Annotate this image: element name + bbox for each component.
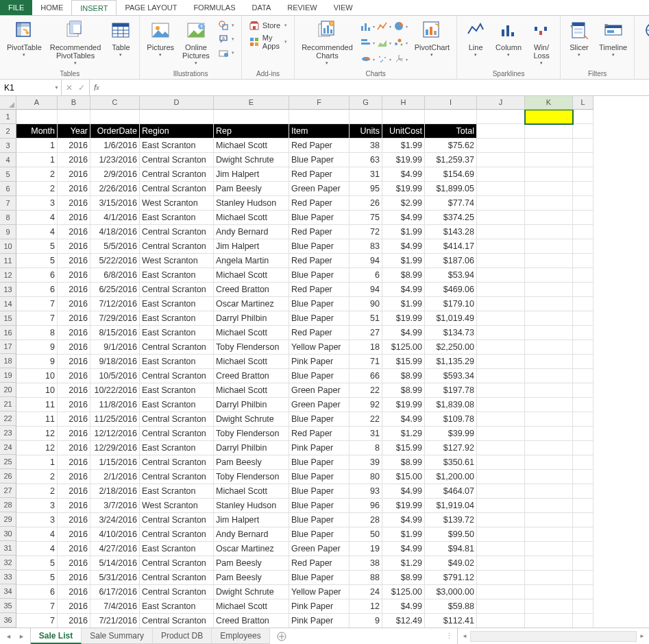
cell-J10[interactable]: [477, 239, 525, 254]
cell-G6[interactable]: 95: [350, 182, 382, 196]
tab-home[interactable]: HOME: [32, 0, 71, 15]
cell-B11[interactable]: 2016: [58, 254, 90, 268]
tab-insert[interactable]: INSERT: [71, 0, 117, 15]
cell-D4[interactable]: Central Scranton: [140, 153, 214, 167]
slicer-button[interactable]: Slicer▾: [563, 17, 595, 59]
cell-D34[interactable]: Central Scranton: [140, 585, 214, 599]
cell-D36[interactable]: Central Scranton: [140, 614, 214, 628]
cell-K32[interactable]: [525, 556, 573, 571]
fx-label[interactable]: fx: [90, 80, 103, 95]
cell-F5[interactable]: Red Paper: [289, 167, 350, 182]
cell-H25[interactable]: $8.99: [382, 455, 425, 470]
row-header-14[interactable]: 14: [0, 297, 16, 311]
col-header-H[interactable]: H: [382, 96, 425, 110]
recommended-pivot-button[interactable]: RecommendedPivotTables▾: [46, 17, 106, 67]
row-header-15[interactable]: 15: [0, 311, 16, 326]
cell-A33[interactable]: 5: [16, 571, 58, 585]
cell-F18[interactable]: Pink Paper: [289, 355, 350, 369]
cell-L9[interactable]: [573, 225, 593, 239]
cell-K29[interactable]: [525, 513, 573, 527]
add-sheet-button[interactable]: [270, 628, 293, 644]
row-header-7[interactable]: 7: [0, 196, 16, 211]
cell-F11[interactable]: Red Paper: [289, 254, 350, 268]
cell-B24[interactable]: 2016: [58, 441, 90, 455]
cancel-formula-icon[interactable]: ✕: [66, 83, 73, 93]
cell-D17[interactable]: Central Scranton: [140, 340, 214, 355]
cell-E5[interactable]: Jim Halpert: [214, 167, 289, 182]
sheet-tab-product-db[interactable]: Product DB: [153, 628, 212, 644]
cell-D19[interactable]: Central Scranton: [140, 369, 214, 383]
cell-G12[interactable]: 6: [350, 268, 382, 283]
row-header-13[interactable]: 13: [0, 283, 16, 297]
cell-E33[interactable]: Pam Beesly: [214, 571, 289, 585]
row-header-11[interactable]: 11: [0, 254, 16, 268]
cell-E8[interactable]: Michael Scott: [214, 211, 289, 225]
cell-G34[interactable]: 24: [350, 585, 382, 599]
row-header-31[interactable]: 31: [0, 541, 16, 556]
cell-F28[interactable]: Blue Paper: [289, 499, 350, 513]
cell-C33[interactable]: 5/31/2016: [90, 571, 140, 585]
cell-A17[interactable]: 9: [16, 340, 58, 355]
cell-K31[interactable]: [525, 542, 573, 556]
cell-H27[interactable]: $4.99: [382, 484, 425, 499]
cell-L25[interactable]: [573, 455, 593, 470]
cell-D10[interactable]: Central Scranton: [140, 239, 214, 254]
cell-B21[interactable]: 2016: [58, 398, 90, 412]
tab-data[interactable]: DATA: [244, 0, 280, 15]
accept-formula-icon[interactable]: ✓: [78, 83, 85, 93]
cell-C15[interactable]: 7/29/2016: [90, 311, 140, 326]
cell-H28[interactable]: $19.99: [382, 499, 425, 513]
row-header-22[interactable]: 22: [0, 412, 16, 426]
cell-K24[interactable]: [525, 441, 573, 455]
cell-C18[interactable]: 9/18/2016: [90, 355, 140, 369]
name-box-input[interactable]: [4, 83, 57, 93]
cell-J24[interactable]: [477, 441, 525, 455]
cell-C30[interactable]: 4/10/2016: [90, 527, 140, 542]
cell-G36[interactable]: 9: [350, 614, 382, 628]
cell-G24[interactable]: 8: [350, 441, 382, 455]
cell-A28[interactable]: 3: [16, 499, 58, 513]
cell-H22[interactable]: $4.99: [382, 412, 425, 427]
cell-L8[interactable]: [573, 211, 593, 225]
cell-E16[interactable]: Michael Scott: [214, 326, 289, 340]
cell-H17[interactable]: $125.00: [382, 340, 425, 355]
cell-F16[interactable]: Red Paper: [289, 326, 350, 340]
cell-L19[interactable]: [573, 369, 593, 383]
cell-A14[interactable]: 7: [16, 297, 58, 311]
cell-I17[interactable]: $2,250.00: [425, 340, 477, 355]
cell-L5[interactable]: [573, 167, 593, 182]
cell-E30[interactable]: Andy Bernard: [214, 527, 289, 542]
cell-I25[interactable]: $350.61: [425, 455, 477, 470]
scroll-left-icon[interactable]: ◄: [459, 631, 470, 642]
cell-A27[interactable]: 2: [16, 484, 58, 499]
cell-H2[interactable]: UnitCost: [382, 124, 425, 139]
cell-G18[interactable]: 71: [350, 355, 382, 369]
cell-A34[interactable]: 6: [16, 585, 58, 599]
cell-D23[interactable]: Central Scranton: [140, 427, 214, 441]
cell-H31[interactable]: $4.99: [382, 542, 425, 556]
cell-G32[interactable]: 38: [350, 556, 382, 571]
cell-K8[interactable]: [525, 211, 573, 225]
row-header-1[interactable]: 1: [0, 110, 16, 124]
cell-H18[interactable]: $15.99: [382, 355, 425, 369]
cell-H33[interactable]: $8.99: [382, 571, 425, 585]
cell-H34[interactable]: $125.00: [382, 585, 425, 599]
cell-I23[interactable]: $39.99: [425, 427, 477, 441]
cell-L17[interactable]: [573, 340, 593, 355]
cell-E9[interactable]: Andy Bernard: [214, 225, 289, 239]
cell-C9[interactable]: 4/18/2016: [90, 225, 140, 239]
cell-L22[interactable]: [573, 412, 593, 427]
cell-K4[interactable]: [525, 153, 573, 167]
cell-K12[interactable]: [525, 268, 573, 283]
cell-B22[interactable]: 2016: [58, 412, 90, 427]
cell-A3[interactable]: 1: [16, 139, 58, 153]
cell-C8[interactable]: 4/1/2016: [90, 211, 140, 225]
cell-L31[interactable]: [573, 542, 593, 556]
cell-D18[interactable]: East Scranton: [140, 355, 214, 369]
cell-E2[interactable]: Rep: [214, 124, 289, 139]
cell-J23[interactable]: [477, 427, 525, 441]
chart-type-5[interactable]: ▾: [393, 35, 408, 50]
cell-H5[interactable]: $4.99: [382, 167, 425, 182]
cell-A13[interactable]: 6: [16, 283, 58, 297]
cell-C13[interactable]: 6/25/2016: [90, 283, 140, 297]
